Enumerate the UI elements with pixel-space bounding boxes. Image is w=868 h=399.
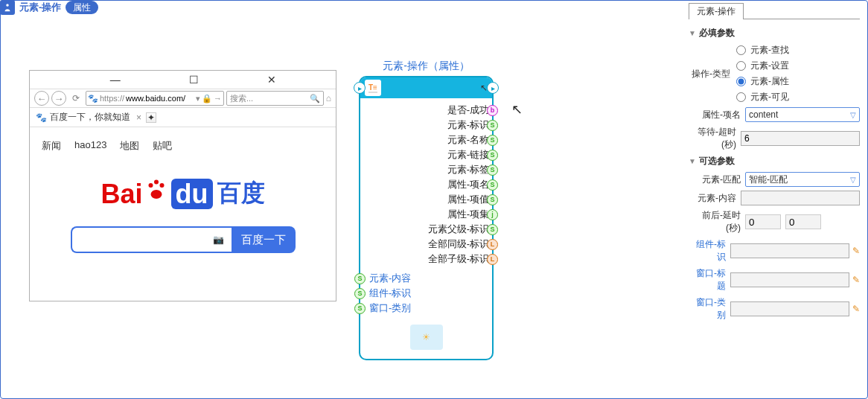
input-pin-row[interactable]: S元素-内容: [360, 271, 492, 286]
input-pin-row[interactable]: S组件-标识: [360, 286, 492, 301]
window-minimize-icon[interactable]: —: [106, 74, 171, 86]
pin-icon[interactable]: S: [487, 194, 498, 205]
attr-name-select[interactable]: content▽: [745, 107, 860, 122]
pin-icon[interactable]: S: [487, 179, 498, 191]
nav-link[interactable]: 贴吧: [153, 139, 172, 153]
property-panel: 元素-操作 ▼必填参数 操作-类型 元素-查找元素-设置元素-属性元素-可见 属…: [689, 3, 860, 325]
image-placeholder: ☀: [360, 316, 492, 359]
required-section[interactable]: ▼必填参数: [689, 27, 860, 39]
pin-icon[interactable]: S: [487, 165, 498, 176]
output-pin-row[interactable]: 元素-链接S: [360, 147, 492, 162]
window-maximize-icon[interactable]: ☐: [185, 74, 250, 86]
browser-window: — ☐ ✕ ← → ⟳ 🐾 https://www.baidu.com/ ▾ 🔒…: [29, 70, 336, 301]
output-pin-row[interactable]: 元素-标识S: [360, 118, 492, 133]
paw-icon: 🐾: [36, 112, 47, 123]
refresh-icon[interactable]: ⟳: [68, 91, 83, 106]
wait-timeout-input[interactable]: [741, 131, 860, 146]
pin-icon[interactable]: j: [487, 209, 498, 220]
output-pin-row[interactable]: 全部子级-标识L: [360, 252, 492, 266]
pin-icon[interactable]: S: [487, 150, 498, 161]
url-bar[interactable]: 🐾 https://www.baidu.com/ ▾ 🔒 →: [86, 91, 224, 106]
node-element-operation[interactable]: 元素-操作（属性） ▸ ▸ T≡ ↖ 是否-成功b元素-标识S元素-名称S元素-…: [359, 60, 494, 360]
browser-tab[interactable]: 🐾 百度一下，你就知道 ×: [36, 111, 141, 124]
pin-icon[interactable]: b: [487, 105, 498, 116]
lock-icon: 🔒: [202, 94, 212, 103]
chevron-down-icon: ▽: [850, 111, 856, 119]
person-icon: [0, 0, 15, 15]
forward-button[interactable]: →: [51, 91, 66, 106]
paw-icon: [143, 176, 170, 203]
node-title: 元素-操作（属性）: [359, 60, 494, 73]
baidu-search-input[interactable]: 📷: [71, 226, 232, 253]
nav-link[interactable]: hao123: [74, 139, 106, 153]
output-pin-row[interactable]: 元素-名称S: [360, 133, 492, 147]
svg-point-0: [6, 4, 9, 7]
svg-point-1: [148, 183, 153, 188]
search-icon: 🔍: [310, 94, 320, 103]
chevron-down-icon: ▽: [850, 176, 856, 184]
output-pin-row[interactable]: 元素父级-标识S: [360, 222, 492, 237]
element-match-select[interactable]: 智能-匹配▽: [745, 172, 860, 187]
paw-icon: 🐾: [88, 94, 98, 103]
pin-icon[interactable]: L: [487, 254, 498, 265]
output-pin-row[interactable]: 属性-项名S: [360, 177, 492, 192]
window-title-label[interactable]: 窗口-标题: [689, 267, 726, 293]
go-icon[interactable]: →: [214, 94, 222, 103]
cursor-icon: ↖: [511, 101, 523, 118]
exec-out-pin[interactable]: ▸: [487, 82, 499, 94]
component-id-input[interactable]: [730, 243, 849, 258]
delay-after-input[interactable]: [785, 214, 821, 229]
op-type-radio[interactable]: 元素-设置: [736, 60, 789, 72]
tab-close-icon[interactable]: ×: [136, 112, 141, 123]
home-icon[interactable]: ⌂: [326, 93, 331, 103]
back-button[interactable]: ←: [34, 91, 49, 106]
dropdown-icon[interactable]: ▾: [196, 94, 200, 103]
output-pin-row[interactable]: 是否-成功b: [360, 103, 492, 118]
output-pin-row[interactable]: 元素-标签S: [360, 162, 492, 177]
output-pin-row[interactable]: 属性-项值S: [360, 192, 492, 207]
exec-in-pin[interactable]: ▸: [354, 82, 366, 94]
pin-icon[interactable]: S: [354, 273, 366, 284]
delay-before-input[interactable]: [745, 214, 781, 229]
component-id-label[interactable]: 组件-标识: [689, 238, 726, 264]
op-type-radio[interactable]: 元素-可见: [736, 91, 789, 103]
pin-icon[interactable]: S: [487, 224, 498, 235]
camera-icon[interactable]: 📷: [213, 234, 224, 245]
window-class-input[interactable]: [730, 301, 849, 316]
pin-icon[interactable]: S: [487, 135, 498, 146]
nav-link[interactable]: 地图: [120, 139, 139, 153]
op-type-radio[interactable]: 元素-属性: [736, 75, 789, 88]
window-title-input[interactable]: [730, 272, 849, 287]
input-pin-row[interactable]: S窗口-类别: [360, 301, 492, 316]
svg-point-3: [159, 183, 164, 188]
optional-section[interactable]: ▼可选参数: [689, 155, 860, 167]
output-pin-row[interactable]: 全部同级-标识L: [360, 237, 492, 252]
window-class-label[interactable]: 窗口-类别: [689, 296, 726, 322]
element-content-input[interactable]: [741, 191, 860, 205]
window-close-icon[interactable]: ✕: [263, 74, 328, 86]
op-type-radio[interactable]: 元素-查找: [736, 44, 789, 57]
edit-icon[interactable]: ✎: [852, 275, 860, 285]
text-icon: T≡: [365, 80, 381, 96]
nav-link[interactable]: 新闻: [42, 139, 61, 153]
pin-icon[interactable]: S: [487, 120, 498, 131]
edit-icon[interactable]: ✎: [852, 304, 860, 314]
browser-search[interactable]: 搜索... 🔍: [226, 91, 324, 106]
baidu-search-button[interactable]: 百度一下: [232, 226, 296, 253]
svg-point-4: [150, 190, 162, 199]
baidu-logo: Baidu 百度: [30, 176, 336, 210]
new-tab-button[interactable]: ✦: [146, 112, 156, 123]
output-pin-row[interactable]: 属性-项集j: [360, 207, 492, 222]
pin-icon[interactable]: S: [354, 303, 366, 314]
edit-icon[interactable]: ✎: [852, 246, 860, 256]
topbar-badge: 属性: [66, 1, 98, 14]
panel-tab[interactable]: 元素-操作: [689, 3, 744, 19]
pin-icon[interactable]: L: [487, 239, 498, 250]
svg-point-2: [154, 180, 159, 185]
topbar-title: 元素-操作: [19, 1, 61, 14]
pin-icon[interactable]: S: [354, 288, 366, 299]
